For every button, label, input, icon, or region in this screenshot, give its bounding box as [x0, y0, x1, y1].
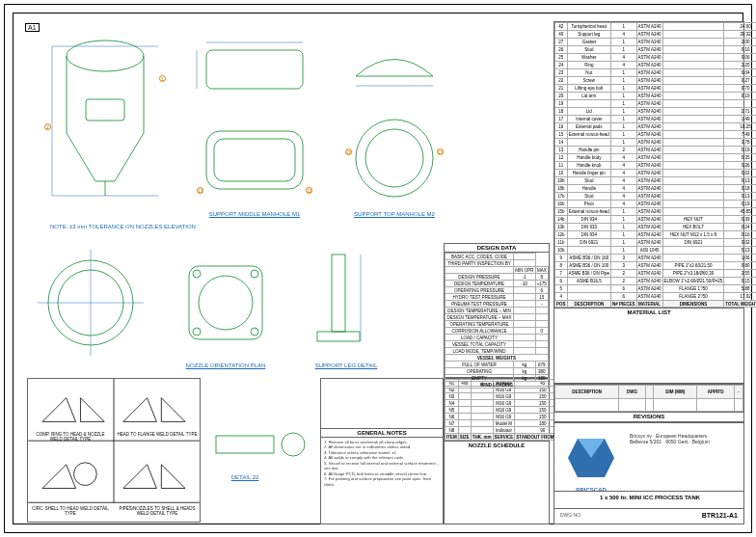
svg-point-22 — [199, 276, 253, 330]
material-cell: Stud — [567, 193, 611, 201]
material-cell: 17b — [555, 193, 568, 201]
material-cell — [662, 23, 724, 31]
material-cell: Stud — [567, 177, 611, 185]
material-cell: ASTM A240 — [636, 85, 662, 93]
svg-point-33 — [74, 463, 97, 486]
design-cell — [514, 335, 536, 341]
nozzle-cell: N6 — [446, 414, 459, 420]
material-cell: Handle pin — [567, 147, 611, 154]
material-cell: 4 — [611, 170, 637, 177]
material-cell: ASTM A240 — [636, 154, 662, 162]
nozzle-schedule-block: N14x83Blanked45N2M16 G9150N3M16 G9150N4M… — [444, 378, 550, 524]
material-list-block: 42Torispherical head1ASTM A24024.0040Sup… — [554, 21, 744, 384]
material-cell: 12 — [555, 154, 568, 162]
design-cell — [514, 341, 536, 348]
material-cell: 18.25 — [724, 123, 756, 131]
material-cell: 0.13 — [724, 193, 756, 201]
view-manhole-m2-plan: 20 21 — [341, 110, 447, 206]
material-cell — [662, 85, 724, 93]
caption-wd4: PIPES/NOZZLES TO SHELL & HEADS WELD DETA… — [117, 506, 198, 516]
caption-wd1: COMP. RING TO HEAD & NOZZLE WELD DETAIL … — [30, 432, 111, 442]
design-cell: 15 — [535, 294, 548, 301]
material-cell — [662, 185, 724, 193]
design-cell: DESIGN PRESSURE — [446, 274, 514, 281]
nozzle-cell: N7 — [446, 420, 459, 427]
nozzle-cell: M16 G9 — [493, 393, 515, 400]
caption-wd2: HEAD TO FLANGE WELD DETAIL TYPE — [117, 432, 198, 437]
material-cell: 4 — [611, 201, 637, 208]
material-cell: Lifting eye bolt — [567, 85, 611, 93]
material-cell: ASTM A240 — [636, 224, 662, 231]
general-note-line: 7. For painting and surface preparation … — [324, 476, 440, 487]
svg-point-25 — [193, 328, 201, 336]
design-cell — [514, 301, 536, 308]
design-cell: 6 — [535, 287, 548, 294]
material-cell: External pads — [567, 123, 611, 131]
view-vessel-elevation: 1 2 — [42, 27, 168, 201]
note-tolerance: NOTE: ±3 mm TOLERANCE ON NOZZLES ELEVATI… — [50, 224, 196, 229]
material-cell: Screw — [567, 77, 611, 85]
material-cell: Nut — [567, 69, 611, 77]
nozzle-cell — [458, 393, 471, 400]
nozzle-cell: N8 — [446, 427, 459, 434]
material-cell: 1 — [611, 77, 637, 85]
material-cell: 1 — [611, 231, 637, 239]
material-cell: 18 — [555, 108, 568, 116]
material-cell — [662, 255, 724, 262]
design-cell — [535, 308, 548, 314]
material-cell: 27 — [555, 39, 568, 46]
material-cell — [567, 100, 611, 108]
material-cell: 9 — [555, 255, 568, 262]
design-cell: OPERATING PRESSURE — [446, 287, 514, 294]
svg-rect-21 — [189, 266, 262, 339]
material-cell: 0.04 — [724, 69, 756, 77]
material-cell: External runout-head — [567, 208, 611, 216]
nozzle-cell — [471, 427, 493, 434]
nozzle-schedule-upper — [320, 378, 444, 428]
material-cell — [662, 93, 724, 100]
material-cell: 1 — [611, 208, 637, 216]
design-cell — [535, 335, 548, 341]
material-cell: 10b — [555, 247, 568, 255]
material-cell: Gasket — [567, 39, 611, 46]
caption-det22: DETAIL 22 — [221, 474, 269, 480]
material-cell — [662, 123, 724, 131]
design-data-title: DESIGN DATA — [445, 244, 549, 253]
nozzle-cell — [458, 420, 471, 427]
material-cell: ASME B36 / DN 100 — [567, 262, 611, 270]
material-cell: Support leg — [567, 31, 611, 39]
material-cell — [662, 77, 724, 85]
material-cell: ASTM A240 — [636, 54, 662, 62]
design-cell — [514, 287, 536, 294]
material-cell: ASTM A240 — [636, 39, 662, 46]
material-cell: 0.70 — [724, 85, 756, 93]
general-notes-title: GENERAL NOTES — [321, 429, 443, 438]
material-cell: 1 — [611, 46, 637, 54]
drawing-number: BTR121-A1 — [702, 512, 738, 519]
design-cell: BASIC ACC. CODES, CODE — [446, 254, 514, 260]
material-cell: 1 — [611, 139, 637, 147]
material-cell: 2.25 — [724, 62, 756, 69]
material-cell: 25 — [555, 54, 568, 62]
material-cell: 19 — [555, 100, 568, 108]
material-cell: 7.49 — [724, 131, 756, 139]
material-cell: ASTM A240 — [636, 147, 662, 154]
caption-leg: SUPPORT LEG DETAIL — [303, 362, 390, 368]
material-cell: 0.19 — [724, 93, 756, 100]
material-cell: ASTM A240 — [636, 262, 662, 270]
material-cell: 0.19 — [724, 201, 756, 208]
sheet-border: A1 1 2 11 12 — [4, 4, 752, 533]
material-cell: 0.15 — [724, 278, 756, 285]
material-cell — [662, 208, 724, 216]
material-cell: ASTM A240 — [636, 139, 662, 147]
material-cell: 6 — [555, 278, 568, 285]
view-detail-22 — [206, 416, 312, 474]
material-cell: Washer — [567, 54, 611, 62]
material-cell — [662, 54, 724, 62]
material-cell — [662, 131, 724, 139]
material-cell — [662, 247, 724, 255]
material-cell: ASTM A240 — [636, 285, 662, 293]
design-cell: MIN OPR — [514, 267, 536, 274]
material-cell: 4 — [611, 154, 637, 162]
material-cell: 5.13 — [724, 247, 756, 255]
